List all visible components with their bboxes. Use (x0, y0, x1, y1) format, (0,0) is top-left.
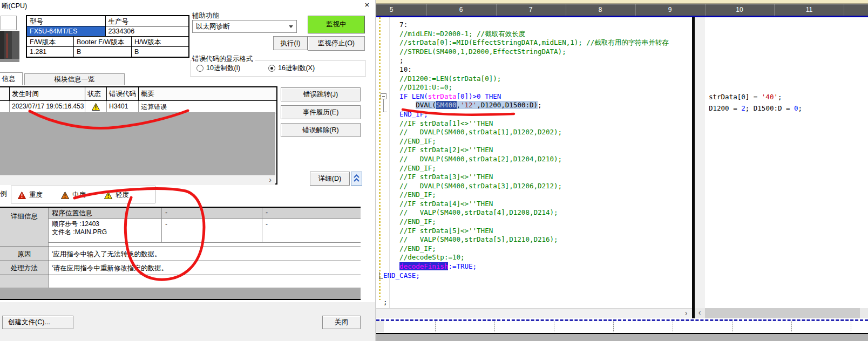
scrollbar-thumb[interactable] (705, 308, 860, 318)
code-line[interactable]: ; (383, 298, 669, 307)
code-token: // DVALP(SM400,strData[1],D1202,D202); (383, 128, 562, 136)
tab-error-info[interactable]: 信息 (0, 72, 23, 85)
code-area[interactable]: 7: //midLEN:=D2000-1; //截取有效长度 //strData… (376, 17, 692, 308)
column-header-number: 9 (668, 6, 672, 13)
scroll-right-icon[interactable]: › (681, 309, 691, 318)
code-line[interactable]: //IF strData[4]<>''THEN (383, 200, 669, 209)
module-image-part (0, 31, 4, 62)
code-line[interactable]: decodeFinish:=TRUE; (383, 262, 669, 271)
scroll-right-icon[interactable]: › (266, 175, 275, 185)
severe-triangle-icon (18, 192, 26, 199)
serial-header-cell: 生产号 (106, 16, 188, 26)
column-separator (774, 4, 775, 16)
code-line[interactable]: //STRDEL(SM400,1,D2000,EffectStringDATA)… (383, 47, 669, 57)
close-button[interactable]: 关闭 (322, 316, 361, 329)
code-line[interactable]: END_IF; (383, 110, 669, 119)
create-file-button[interactable]: 创建文件(C)... (2, 316, 73, 329)
scroll-left-icon[interactable]: ‹ (695, 309, 704, 317)
code-hscrollbar[interactable]: › (376, 308, 692, 318)
aux-function-dropdown[interactable]: 以太网诊断 (192, 20, 297, 33)
model-value-cell[interactable]: FX5U-64MT/ES (27, 26, 106, 37)
detail-dash-cell: - (262, 208, 361, 219)
hexadecimal-radio[interactable]: 16进制数(X) (268, 64, 315, 73)
watch-pane-gutter (695, 17, 705, 308)
detail-dash-cell: - (162, 208, 262, 219)
code-token: // VALP(SM400,strData[4],D1208,D214); (383, 208, 558, 216)
watch-token: strData[0] = (709, 93, 762, 101)
code-line[interactable]: //D1200:=LEN(strData[0]); (383, 74, 669, 84)
editor-column-header: 567891011 (376, 4, 868, 16)
code-line[interactable]: // VALP(SM400,strData[4],D1208,D214); (383, 208, 669, 217)
code-line[interactable]: END_CASE; (383, 271, 669, 281)
code-line[interactable]: ; (383, 56, 669, 65)
execute-button[interactable]: 执行(I) (273, 36, 308, 50)
code-line[interactable]: // DVALP(SM400,strData[3],D1206,D212); (383, 182, 669, 191)
fold-marker-icon[interactable] (381, 93, 386, 99)
detail-dash-cell: - (262, 219, 361, 243)
code-line[interactable]: 7: (383, 21, 669, 30)
error-row[interactable]: 2023/07/17 19:05:16.453 H3401 运算错误 (0, 101, 276, 113)
watch-token: ; D1500:D = (745, 104, 794, 112)
tab-module-info-list[interactable]: 模块信息一览 (24, 73, 125, 85)
tab-module-info-list-label: 模块信息一览 (55, 76, 95, 83)
code-line[interactable]: //IF strData[5]<>''THEN (383, 227, 669, 236)
module-image-redline (6, 33, 8, 58)
legend-partial-label: 例 (0, 189, 7, 199)
code-line[interactable]: //IF strData[1]<>''THEN (383, 119, 669, 128)
code-line[interactable]: // VALP(SM400,strData[5],D1210,D216); (383, 235, 669, 244)
code-line[interactable]: // DVALP(SM400,strData[2],D1204,D210); (383, 155, 669, 164)
close-icon[interactable]: × (361, 0, 374, 10)
code-token: [0])>0 THEN (456, 92, 501, 100)
code-line[interactable]: // DVALP(SM400,strData[1],D1202,D202); (383, 128, 669, 137)
code-line[interactable]: 10: (383, 65, 669, 74)
detail-table-empty-area (0, 288, 361, 300)
chevron-down-icon (289, 25, 293, 28)
code-line[interactable]: //strData[0]:=MID(EffectStringDATA,midLE… (383, 38, 669, 47)
module-image (0, 31, 19, 62)
code-line[interactable]: //END_IF; (383, 217, 669, 227)
code-token: //END_IF; (383, 190, 436, 199)
code-line[interactable]: DVAL(SM400,'12',D1200,D1500:D); (383, 101, 669, 110)
monitoring-status-button[interactable]: 监视中 (308, 16, 365, 33)
serial-value-cell[interactable]: 2334306 (106, 26, 188, 37)
code-line[interactable] (383, 289, 669, 298)
code-line[interactable]: //D1201:U:=0; (383, 83, 669, 92)
code-line[interactable]: //midLEN:=D2000-1; //截取有效长度 (383, 30, 669, 39)
code-line[interactable]: IF LEN(strData[0])>0 THEN (383, 92, 669, 101)
code-token: // DVALP(SM400,strData[3],D1206,D212); (383, 182, 562, 190)
column-separator (566, 4, 566, 16)
hexadecimal-radio-label: 16进制数(X) (278, 64, 315, 73)
decimal-radio[interactable]: 10进制数(I) (196, 64, 240, 73)
code-line[interactable] (383, 280, 669, 289)
error-list: 发生时间 状态 错误代码 概要 2023/07/17 19:05:16.453 … (0, 86, 277, 185)
row-separator (0, 247, 361, 247)
module-image-part (12, 31, 19, 62)
detail-button[interactable]: 详细(D) (310, 172, 350, 186)
error-jump-button[interactable]: 错误跳转(J) (281, 87, 361, 101)
watch-hscrollbar[interactable]: ‹ (695, 308, 868, 318)
module-image-part (0, 59, 19, 62)
collapse-double-chevron-icon[interactable] (351, 172, 362, 186)
code-line[interactable]: //END_IF; (383, 164, 669, 173)
code-line[interactable]: //END_IF; (383, 137, 669, 146)
monitor-stop-button[interactable]: 监视停止(O) (308, 36, 365, 51)
code-token: //END_IF; (383, 244, 436, 253)
code-line[interactable]: //END_IF; (383, 244, 669, 254)
moderate-triangle-icon (61, 192, 69, 199)
error-code-cell: H3401 (107, 101, 139, 113)
watch-line[interactable]: D1200 = 2; D1500:D = 0; (709, 103, 802, 114)
detail-info-label: 详细信息 (0, 212, 49, 221)
watch-token: 0 (794, 104, 798, 112)
error-detail-table: 详细信息 原因 处理方法 程序位置信息 - - 顺序步号 :12403 文件名 … (0, 207, 361, 288)
error-clear-button[interactable]: 错误解除(R) (281, 123, 361, 137)
code-line[interactable]: //decodeStp:=10; (383, 253, 669, 262)
code-token: '12' (460, 101, 477, 109)
watch-pane[interactable]: strData[0] = '40';D1200 = 2; D1500:D = 0… (709, 91, 802, 114)
code-line[interactable]: //END_IF; (383, 190, 669, 200)
code-token: //IF strData[1]<>''THEN (383, 119, 493, 127)
error-list-hscrollbar[interactable]: › (0, 175, 275, 185)
watch-line[interactable]: strData[0] = '40'; (709, 91, 802, 103)
code-line[interactable]: //IF strData[2]<>''THEN (383, 146, 669, 155)
code-line[interactable]: //IF strData[3]<>''THEN (383, 173, 669, 182)
event-history-button[interactable]: 事件履历(E) (281, 105, 361, 119)
